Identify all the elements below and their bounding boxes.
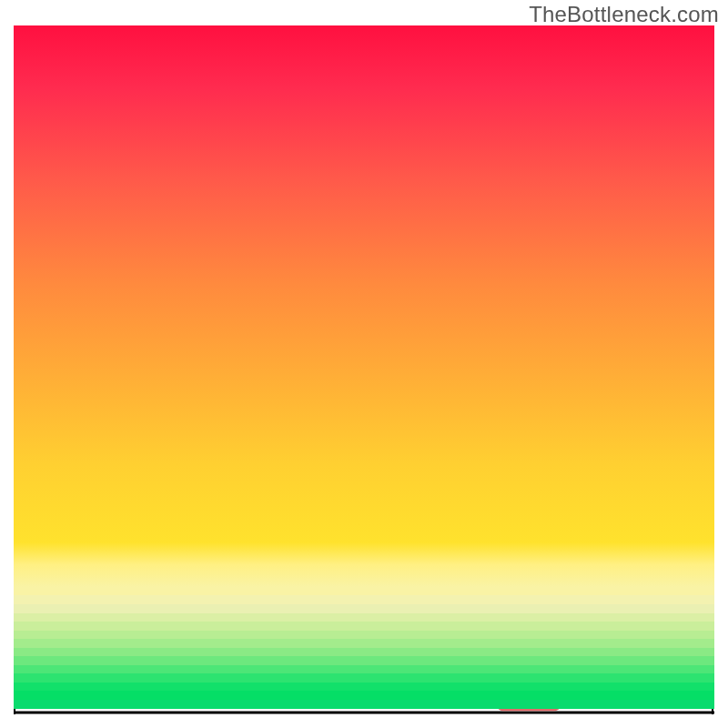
- bottleneck-chart: TheBottleneck.com: [0, 0, 728, 728]
- stripe: [14, 700, 714, 710]
- plot-area: [14, 25, 714, 714]
- upper-gradient: [14, 25, 714, 542]
- gradient-background: [14, 25, 714, 714]
- pale-yellow-band: [14, 542, 714, 587]
- watermark-text: TheBottleneck.com: [529, 2, 719, 27]
- green-stripes: [14, 587, 714, 708]
